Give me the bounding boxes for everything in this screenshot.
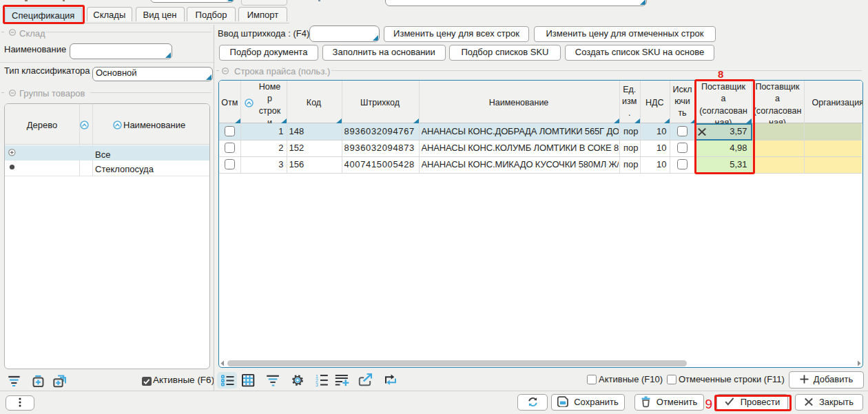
svg-text:3: 3 bbox=[316, 382, 318, 387]
